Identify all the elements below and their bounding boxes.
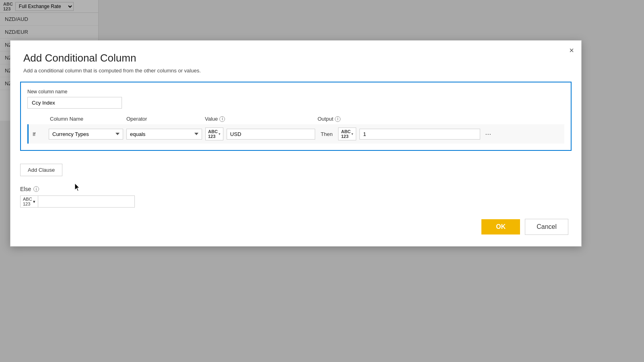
else-type-badge[interactable]: ABC123 ▾ [20,195,38,208]
else-label-row: Else i [20,186,572,192]
value-info-icon: i [219,116,225,122]
add-clause-button[interactable]: Add Clause [20,164,62,176]
value-type-badge[interactable]: ABC123 ▾ [205,128,223,140]
else-label: Else [20,186,31,192]
clause-section: New column name Column Name Operator Val… [20,82,572,151]
new-column-name-input[interactable] [27,97,122,109]
more-options-button[interactable]: ··· [483,130,493,138]
then-label: Then [318,131,335,137]
modal-footer: OK Cancel [10,208,581,246]
add-conditional-column-dialog: × Add Conditional Column Add a condition… [10,40,582,247]
else-value-input[interactable] [38,195,135,208]
dialog-subtitle: Add a conditional column that is compute… [10,68,581,82]
clause-header-row: Column Name Operator Value i Output i [27,116,564,122]
if-label: If [33,131,45,137]
output-info-icon: i [335,116,341,122]
else-row: ABC123 ▾ [20,195,572,208]
dialog-title: Add Conditional Column [10,41,581,68]
new-column-name-label: New column name [27,89,564,95]
clause-row: If Currency Types equals ABC123 ▾ Then A… [27,124,564,144]
column-name-header: Column Name [50,116,126,122]
output-input[interactable] [359,129,480,140]
else-section: Else i ABC123 ▾ [20,186,572,208]
operator-dropdown[interactable]: equals [126,129,202,140]
value-header: Value i [205,116,318,122]
column-name-dropdown[interactable]: Currency Types [49,129,123,140]
output-type-badge[interactable]: ABC123 ▾ [338,128,356,140]
output-type-chevron-icon: ▾ [351,132,353,136]
cancel-button[interactable]: Cancel [525,219,568,235]
value-input[interactable] [227,129,315,140]
else-info-icon: i [33,186,39,192]
value-type-chevron-icon: ▾ [219,132,221,136]
else-type-chevron-icon: ▾ [33,199,35,204]
output-header: Output i [318,116,564,122]
close-button[interactable]: × [569,46,574,54]
ok-button[interactable]: OK [481,219,520,234]
operator-header: Operator [126,116,205,122]
